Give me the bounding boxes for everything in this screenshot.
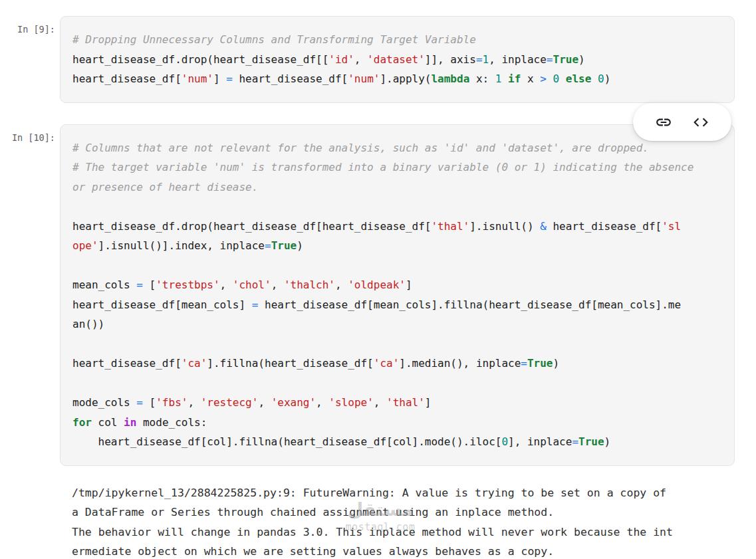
code-editor[interactable]: # Columns that are not relevant for the … [60,124,735,466]
code-token: True [271,239,297,252]
code-token: True [527,357,553,370]
code-token: ope' [72,239,98,252]
code-token: heart_disease_df.drop(heart_disease_df[[ [72,53,328,66]
code-token: = [547,53,553,66]
code-icon[interactable] [692,114,709,131]
code-token: 'thal' [431,220,469,233]
code-token: ], inplace [508,435,572,448]
code-token: 'ca' [374,357,400,370]
code-token: # Dropping Unnecessary Columns and Trans… [72,33,476,46]
code-token [501,72,508,85]
code-token: 'fbs' [156,396,188,409]
code-line: an()) [72,314,722,334]
code-token: = [226,72,233,85]
notebook-page: In [9]: # Dropping Unnecessary Columns a… [0,0,756,559]
code-token: , [354,53,367,66]
code-token: else [566,72,592,85]
code-token: mode_cols [72,396,136,409]
link-icon[interactable] [655,114,672,131]
code-token [547,72,553,85]
code-token [559,72,566,85]
code-token: lambda [431,72,469,85]
code-token: 0 [553,72,560,85]
code-token: , [220,279,233,291]
code-token: x: [469,72,495,85]
code-token: ) [553,357,559,370]
code-token: or presence of heart disease. [72,181,258,193]
code-token: , [271,279,284,291]
cell-prompt: In [10]: [0,124,60,143]
code-line: heart_disease_df[col].fillna(heart_disea… [72,432,722,452]
code-token: 'sl [662,220,681,233]
code-token: ) [297,239,303,252]
code-token: & [540,220,547,233]
code-token: # The target variable 'num' is transform… [72,161,693,173]
code-line [72,374,722,393]
code-token: 'dataset' [367,53,425,66]
code-token: = [136,279,143,291]
cell-prompt: In [9]: [0,16,60,35]
code-token: # Columns that are not relevant for the … [72,142,649,154]
code-token: ]], axis [425,53,476,66]
code-token: ].median(), inplace [399,357,521,370]
code-line: or presence of heart disease. [72,177,722,197]
code-token: heart_disease_df.drop(heart_disease_df[h… [72,220,431,233]
code-token: heart_disease_df[ [233,72,348,85]
code-token: 'trestbps' [156,279,219,291]
code-token: 'thal' [386,396,425,409]
code-token: 'exang' [271,396,316,409]
code-token [591,72,598,85]
code-line [72,334,722,354]
code-token: , [374,396,386,409]
code-token: heart_disease_df[mean_cols] [72,298,252,311]
code-token: [ [143,396,156,409]
code-token: heart_disease_df[ [72,357,182,370]
code-token: = [265,239,271,252]
code-cell-9: In [9]: # Dropping Unnecessary Columns a… [0,16,756,103]
code-line: heart_disease_df['ca'].fillna(heart_dise… [72,354,722,374]
code-token: 'ca' [182,357,207,370]
output-line: ermediate object on which we are setting… [72,542,735,559]
cell-hover-toolbar [633,103,731,141]
code-line: for col in mode_cols: [72,413,722,433]
code-token: = [476,53,483,66]
code-token: heart_disease_df[mean_cols].fillna(heart… [258,298,681,311]
code-token: ] [213,72,226,85]
code-token: [ [143,279,156,291]
code-token: , inplace [489,53,547,66]
code-line: mean_cols = ['trestbps', 'chol', 'thalch… [72,275,722,295]
code-token: 1 [483,53,489,66]
code-token: heart_disease_df[ [72,72,182,85]
code-token: > [540,72,547,85]
code-editor[interactable]: # Dropping Unnecessary Columns and Trans… [60,16,735,103]
code-line [72,197,722,217]
code-token: True [553,53,579,66]
output-line: The behavior will change in pandas 3.0. … [72,522,735,542]
code-token: ] [406,279,412,291]
code-token: heart_disease_df[ [547,220,662,233]
code-token: ].apply( [380,72,431,85]
code-token: = [252,298,259,311]
code-token: ) [604,435,611,448]
code-token: in [124,416,136,429]
code-line: mode_cols = ['fbs', 'restecg', 'exang', … [72,393,722,413]
code-line: # Dropping Unnecessary Columns and Trans… [72,30,722,50]
code-token: = [521,357,527,370]
code-line: heart_disease_df.drop(heart_disease_df[[… [72,50,722,70]
code-token: 1 [495,72,502,85]
code-token: , [258,396,271,409]
code-token: col [92,416,124,429]
code-token: if [508,72,521,85]
code-token: 'oldpeak' [348,279,406,291]
code-token: 0 [501,435,508,448]
code-token: , [335,279,348,291]
output-line: a DataFrame or Series through chained as… [72,503,735,522]
code-token: an()) [72,318,104,330]
code-token: ] [425,396,432,409]
code-token: mean_cols [72,279,136,291]
code-token: ) [578,53,585,66]
code-token: , [316,396,328,409]
code-line: # Columns that are not relevant for the … [72,138,722,158]
code-token: x [521,72,540,85]
code-line [72,256,722,276]
